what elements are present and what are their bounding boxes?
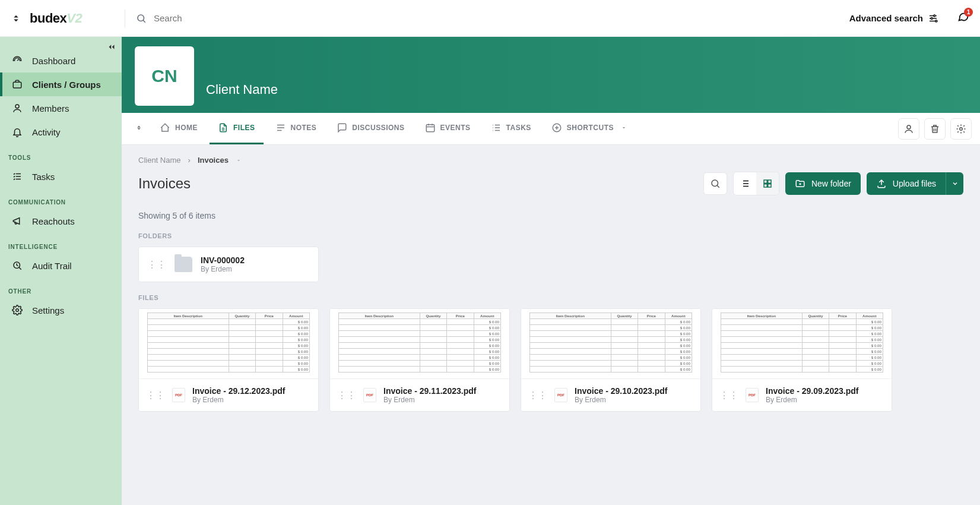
calendar-icon xyxy=(425,122,436,133)
file-preview: Item DescriptionQuantityPriceAmount$ 0.0… xyxy=(330,309,509,379)
items-summary: Showing 5 of 6 items xyxy=(138,211,963,220)
files-section-label: FILES xyxy=(138,294,963,301)
main-content: CN Client Name HOME FILES NOTES xyxy=(122,37,980,505)
sidebar-section-intelligence: INTELLIGENCE xyxy=(0,233,122,254)
client-hero: CN Client Name xyxy=(122,37,980,113)
tab-home[interactable]: HOME xyxy=(151,113,206,144)
search-icon xyxy=(710,178,721,189)
drag-handle-icon[interactable]: ⋮⋮ xyxy=(337,390,356,401)
sliders-icon xyxy=(928,13,938,24)
file-card[interactable]: Item DescriptionQuantityPriceAmount$ 0.0… xyxy=(712,308,892,412)
breadcrumb-root[interactable]: Client Name xyxy=(138,156,181,165)
folder-plus-icon xyxy=(795,178,805,189)
global-search[interactable] xyxy=(136,13,838,24)
breadcrumb-current: Invoices xyxy=(198,156,229,165)
collapse-sidebar-icon[interactable] xyxy=(106,42,117,52)
file-card[interactable]: Item DescriptionQuantityPriceAmount$ 0.0… xyxy=(138,308,319,412)
sort-icon[interactable] xyxy=(11,13,21,24)
pdf-badge: PDF xyxy=(554,388,567,402)
advanced-search-button[interactable]: Advanced search xyxy=(849,13,938,24)
upload-files-button[interactable]: Upload files xyxy=(867,172,946,195)
file-card[interactable]: Item DescriptionQuantityPriceAmount$ 0.0… xyxy=(521,308,701,412)
svg-rect-8 xyxy=(426,125,435,132)
sidebar-item-members[interactable]: Members xyxy=(0,96,122,120)
sidebar-item-clients[interactable]: Clients / Groups xyxy=(0,72,122,96)
sidebar-item-label: Clients / Groups xyxy=(32,80,101,90)
advanced-search-label: Advanced search xyxy=(849,13,923,23)
sidebar-section-communication: COMMUNICATION xyxy=(0,188,122,209)
tab-tasks[interactable]: TASKS xyxy=(483,113,540,144)
audit-icon xyxy=(12,260,23,271)
top-bar: budexV2 Advanced search 1 xyxy=(0,0,980,37)
file-author: By Erdem xyxy=(766,396,858,404)
brand-logo[interactable]: budexV2 xyxy=(30,11,82,26)
file-name: Invoice - 29.12.2023.pdf xyxy=(192,386,285,396)
file-preview: Item DescriptionQuantityPriceAmount$ 0.0… xyxy=(712,309,892,379)
sidebar-item-audit-trail[interactable]: Audit Trail xyxy=(0,254,122,277)
chat-button[interactable]: 1 xyxy=(956,11,969,26)
home-icon xyxy=(160,122,170,133)
user-icon xyxy=(903,124,914,134)
file-author: By Erdem xyxy=(575,396,667,404)
drag-handle-icon[interactable]: ⋮⋮ xyxy=(528,390,547,401)
svg-point-0 xyxy=(138,15,144,21)
tab-shortcuts[interactable]: SHORTCUTS xyxy=(543,113,635,144)
file-author: By Erdem xyxy=(192,396,285,404)
drag-handle-icon[interactable]: ⋮⋮ xyxy=(147,259,166,270)
caret-down-icon xyxy=(621,125,627,131)
user-icon xyxy=(12,103,23,113)
tab-notes[interactable]: NOTES xyxy=(267,113,325,144)
divider xyxy=(125,10,125,27)
svg-rect-4 xyxy=(13,82,21,88)
client-delete-button[interactable] xyxy=(924,118,946,140)
list-icon xyxy=(740,178,750,189)
folder-author: By Erdem xyxy=(201,265,245,273)
search-input[interactable] xyxy=(154,13,838,23)
file-name: Invoice - 29.11.2023.pdf xyxy=(383,386,476,396)
caret-down-icon[interactable] xyxy=(236,157,242,163)
bell-icon xyxy=(12,127,23,137)
tab-discussions[interactable]: DISCUSSIONS xyxy=(328,113,413,144)
sidebar-item-label: Audit Trail xyxy=(32,261,72,271)
upload-icon xyxy=(876,178,887,189)
new-folder-button[interactable]: New folder xyxy=(785,172,861,195)
file-preview: Item DescriptionQuantityPriceAmount$ 0.0… xyxy=(521,309,700,379)
drag-handle-icon[interactable]: ⋮⋮ xyxy=(146,390,165,401)
client-user-button[interactable] xyxy=(898,118,919,140)
gauge-icon xyxy=(12,55,23,66)
sidebar: Dashboard Clients / Groups Members Activ… xyxy=(0,37,122,505)
sidebar-item-settings[interactable]: Settings xyxy=(0,298,122,322)
grid-icon xyxy=(762,178,773,189)
svg-point-12 xyxy=(712,180,718,187)
client-settings-button[interactable] xyxy=(950,118,972,140)
tab-events[interactable]: EVENTS xyxy=(417,113,479,144)
file-card[interactable]: Item DescriptionQuantityPriceAmount$ 0.0… xyxy=(329,308,510,412)
sidebar-item-label: Members xyxy=(32,103,69,113)
pdf-badge: PDF xyxy=(746,388,759,402)
client-avatar: CN xyxy=(135,46,194,106)
sidebar-item-label: Settings xyxy=(32,305,64,315)
sidebar-item-dashboard[interactable]: Dashboard xyxy=(0,49,122,72)
drag-handle-icon[interactable]: ⋮⋮ xyxy=(719,390,738,401)
client-tabs: HOME FILES NOTES DISCUSSIONS EVENTS xyxy=(122,113,980,145)
sidebar-item-reachouts[interactable]: Reachouts xyxy=(0,209,122,233)
sidebar-item-tasks[interactable]: Tasks xyxy=(0,165,122,188)
discussions-icon xyxy=(337,122,347,133)
checklist-icon xyxy=(12,171,23,182)
file-icon xyxy=(218,122,229,133)
chevron-down-icon xyxy=(952,180,959,187)
collapse-tabs-icon[interactable] xyxy=(130,115,148,143)
svg-point-7 xyxy=(16,309,19,312)
upload-files-dropdown[interactable] xyxy=(946,172,963,195)
folder-name: INV-000002 xyxy=(201,255,245,265)
pdf-badge: PDF xyxy=(363,388,376,402)
svg-rect-14 xyxy=(768,180,771,183)
folder-icon xyxy=(175,257,192,272)
folder-card[interactable]: ⋮⋮ INV-000002 By Erdem xyxy=(138,247,319,282)
tab-files[interactable]: FILES xyxy=(210,113,264,144)
view-grid-button[interactable] xyxy=(756,172,779,195)
search-files-button[interactable] xyxy=(703,172,727,195)
chevron-right-icon: › xyxy=(188,156,191,165)
sidebar-item-activity[interactable]: Activity xyxy=(0,120,122,144)
view-list-button[interactable] xyxy=(734,172,756,195)
